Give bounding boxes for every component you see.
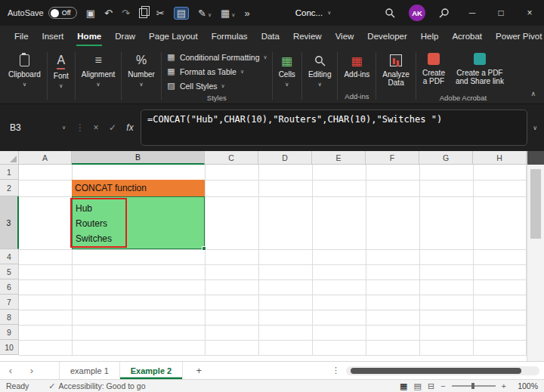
menu-item-review[interactable]: Review bbox=[286, 26, 329, 47]
autosave-toggle[interactable]: AutoSave Off bbox=[8, 7, 77, 19]
sheet-tab-example-2[interactable]: Example 2 bbox=[120, 362, 183, 379]
col-header-h[interactable]: H bbox=[473, 151, 527, 165]
page-break-view-icon[interactable]: ⊟ bbox=[428, 381, 434, 391]
avatar[interactable]: AK bbox=[409, 5, 425, 21]
close-button[interactable]: × bbox=[515, 0, 544, 26]
cells-area[interactable]: CONCAT function Hub Routers Switches bbox=[19, 165, 527, 361]
formula-input[interactable]: =CONCAT("Hub",CHAR(10),"Routers",CHAR(10… bbox=[141, 110, 527, 146]
vertical-scrollbar-thumb[interactable] bbox=[530, 169, 541, 239]
ribbon-group-font[interactable]: A Font ∨ bbox=[48, 48, 74, 103]
prev-sheet-icon[interactable]: ‹ bbox=[0, 365, 21, 376]
row-header-1[interactable]: 1 bbox=[0, 165, 19, 180]
menu-item-page-layout[interactable]: Page Layout bbox=[142, 26, 205, 47]
title-bar: AutoSave Off ▣ ↶ ↷ ✂ ▤ ✎ ∨ ▦ ∨ » Conc... bbox=[0, 0, 544, 26]
number-icon: % bbox=[136, 53, 147, 68]
conditional-formatting-button[interactable]: ▦ Conditional Formatting ∨ bbox=[166, 50, 267, 64]
ribbon-group-number[interactable]: % Number ∨ bbox=[122, 48, 160, 103]
row-header-6[interactable]: 6 bbox=[0, 279, 19, 295]
menu-item-power-pivot[interactable]: Power Pivot bbox=[489, 26, 544, 47]
menu-item-acrobat[interactable]: Acrobat bbox=[445, 26, 489, 47]
cut-icon[interactable]: ✂ bbox=[156, 8, 165, 18]
ribbon-divider bbox=[75, 52, 76, 100]
ribbon-group-addins[interactable]: ▦ Add-ins Add-ins bbox=[338, 48, 375, 103]
insert-function-button[interactable]: fx bbox=[122, 122, 138, 133]
maximize-button[interactable]: □ bbox=[487, 0, 515, 26]
zoom-out-icon[interactable]: − bbox=[440, 381, 445, 390]
col-header-b[interactable]: B bbox=[72, 151, 205, 165]
horizontal-scrollbar-thumb[interactable] bbox=[351, 368, 521, 374]
name-box[interactable]: B3 ∨ bbox=[5, 119, 71, 136]
formula-bar-expand-icon[interactable]: ∨ bbox=[530, 125, 539, 131]
row-header-9[interactable]: 9 bbox=[0, 325, 19, 340]
document-title-text: Conc... bbox=[295, 8, 323, 17]
paste-icon-highlighted[interactable]: ▤ bbox=[174, 7, 189, 20]
create-pdf-button[interactable]: Create a PDF bbox=[421, 50, 447, 85]
drag-handle-icon[interactable]: ⋮ bbox=[74, 122, 86, 133]
tab-options-icon[interactable]: ⋮ bbox=[326, 366, 346, 375]
cancel-icon[interactable]: × bbox=[89, 122, 103, 133]
ribbon-group-alignment[interactable]: ≡ Alignment ∨ bbox=[76, 48, 120, 103]
row-header-3[interactable]: 3 bbox=[0, 196, 19, 249]
menu-item-file[interactable]: File bbox=[8, 26, 36, 47]
gridline bbox=[19, 355, 527, 356]
save-icon[interactable]: ▣ bbox=[86, 8, 95, 18]
toolbar-overflow-icon[interactable]: » bbox=[244, 8, 249, 18]
col-header-f[interactable]: F bbox=[366, 151, 419, 165]
cell-styles-button[interactable]: ▨ Cell Styles ∨ bbox=[166, 79, 267, 93]
copy-icon[interactable] bbox=[139, 8, 147, 18]
redo-icon[interactable]: ↷ bbox=[122, 8, 130, 18]
undo-icon[interactable]: ↶ bbox=[104, 8, 113, 18]
menu-item-formulas[interactable]: Formulas bbox=[205, 26, 255, 47]
col-header-c[interactable]: C bbox=[205, 151, 258, 165]
menu-item-draw[interactable]: Draw bbox=[108, 26, 142, 47]
format-as-table-button[interactable]: ▦ Format as Table ∨ bbox=[166, 64, 267, 79]
col-header-g[interactable]: G bbox=[419, 151, 473, 165]
format-painter-button[interactable]: ✎ ∨ bbox=[198, 8, 212, 18]
create-pdf-share-button[interactable]: Create a PDF and Share link bbox=[454, 50, 505, 85]
col-header-d[interactable]: D bbox=[258, 151, 312, 165]
cell-b2[interactable]: CONCAT function bbox=[72, 180, 205, 196]
search-icon[interactable] bbox=[376, 0, 403, 26]
col-header-e[interactable]: E bbox=[312, 151, 366, 165]
gridline bbox=[19, 249, 527, 250]
menu-item-insert[interactable]: Insert bbox=[36, 26, 71, 47]
zoom-level[interactable]: 100% bbox=[512, 381, 538, 390]
zoom-in-icon[interactable]: + bbox=[502, 381, 506, 390]
minimize-button[interactable]: ─ bbox=[458, 0, 487, 26]
ribbon-group-editing[interactable]: Editing ∨ bbox=[303, 48, 337, 103]
zoom-slider[interactable] bbox=[452, 385, 496, 387]
col-header-a[interactable]: A bbox=[19, 151, 72, 165]
ribbon-group-clipboard[interactable]: Clipboard ∨ bbox=[3, 48, 46, 103]
menu-item-data[interactable]: Data bbox=[255, 26, 286, 47]
borders-button[interactable]: ▦ ∨ bbox=[221, 8, 235, 18]
enter-icon[interactable]: ✓ bbox=[106, 122, 119, 133]
accessibility-status[interactable]: ✓ Accessibility: Good to go bbox=[48, 381, 145, 391]
row-header-8[interactable]: 8 bbox=[0, 310, 19, 325]
fill-handle[interactable] bbox=[202, 246, 206, 251]
document-title[interactable]: Conc... ∨ bbox=[295, 8, 332, 17]
ribbon-group-cells[interactable]: ▦ Cells ∨ bbox=[274, 48, 301, 103]
horizontal-scrollbar[interactable] bbox=[346, 366, 539, 375]
row-header-5[interactable]: 5 bbox=[0, 264, 19, 279]
menu-item-developer[interactable]: Developer bbox=[360, 26, 413, 47]
search-icon-secondary[interactable] bbox=[431, 0, 458, 26]
menu-item-view[interactable]: View bbox=[329, 26, 361, 47]
menu-item-home[interactable]: Home bbox=[70, 26, 108, 47]
vertical-scrollbar[interactable] bbox=[527, 151, 544, 361]
zoom-slider-knob[interactable] bbox=[471, 383, 474, 389]
select-all-corner[interactable] bbox=[0, 151, 19, 165]
autosave-switch[interactable]: Off bbox=[48, 7, 77, 19]
page-layout-view-icon[interactable]: ▤ bbox=[414, 381, 422, 391]
collapse-ribbon-icon[interactable]: ∧ bbox=[524, 87, 542, 103]
menu-item-help[interactable]: Help bbox=[414, 26, 446, 47]
row-header-2[interactable]: 2 bbox=[0, 180, 19, 196]
normal-view-icon[interactable]: ▦ bbox=[400, 381, 407, 391]
add-sheet-icon[interactable]: + bbox=[189, 365, 209, 376]
row-header-10[interactable]: 10 bbox=[0, 340, 19, 355]
sheet-tab-example-1[interactable]: example 1 bbox=[59, 362, 120, 379]
cells-icon: ▦ bbox=[281, 53, 292, 68]
analyze-data-button[interactable]: Analyze Data bbox=[377, 48, 415, 103]
row-header-7[interactable]: 7 bbox=[0, 295, 19, 310]
next-sheet-icon[interactable]: › bbox=[21, 365, 42, 376]
row-header-4[interactable]: 4 bbox=[0, 249, 19, 264]
